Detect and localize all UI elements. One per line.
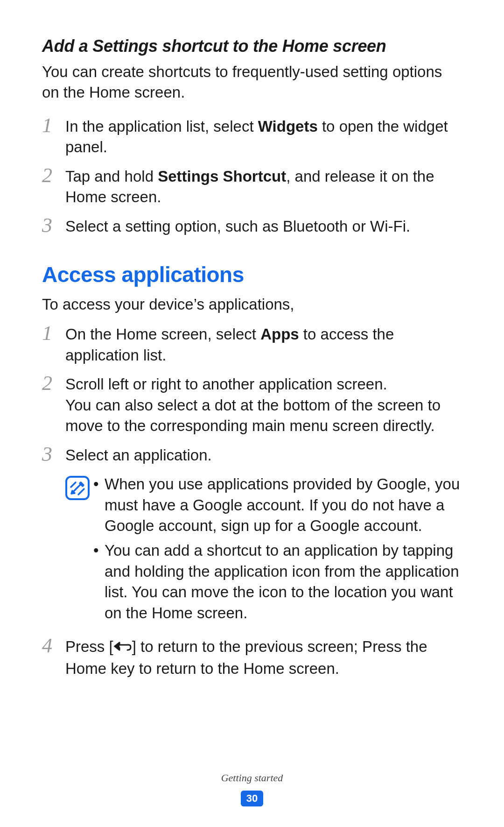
- step-number: 3: [42, 444, 65, 465]
- step-1b: 1 On the Home screen, select Apps to acc…: [42, 324, 462, 366]
- page-number-badge: 30: [241, 791, 263, 806]
- step-3: 3 Select a setting option, such as Bluet…: [42, 216, 462, 237]
- step-body: On the Home screen, select Apps to acces…: [65, 324, 462, 366]
- text: Press [: [65, 638, 113, 655]
- step-body: Scroll left or right to another applicat…: [65, 374, 462, 437]
- step-number: 2: [42, 373, 65, 394]
- note-bullet-2: • You can add a shortcut to an applicati…: [93, 540, 462, 623]
- step-body: Select an application.: [65, 445, 462, 466]
- section-heading: Access applications: [42, 260, 462, 289]
- step-1: 1 In the application list, select Widget…: [42, 116, 462, 158]
- step-number: 2: [42, 165, 65, 186]
- step-2b: 2 Scroll left or right to another applic…: [42, 374, 462, 437]
- step-body: Tap and hold Settings Shortcut, and rele…: [65, 166, 462, 208]
- intro-text-2: To access your device’s applications,: [42, 294, 462, 315]
- bullet-dot: •: [93, 474, 105, 495]
- text: Tap and hold: [65, 168, 158, 185]
- step-4b: 4 Press [] to return to the previous scr…: [42, 636, 462, 679]
- bold-text: Apps: [260, 325, 299, 343]
- step-number: 1: [42, 323, 65, 344]
- step-body: Select a setting option, such as Bluetoo…: [65, 216, 462, 237]
- bold-text: Settings Shortcut: [158, 168, 286, 185]
- manual-page: Add a Settings shortcut to the Home scre…: [0, 0, 504, 827]
- bold-text: Widgets: [258, 118, 318, 135]
- step-3b: 3 Select an application.: [42, 445, 462, 466]
- footer-chapter: Getting started: [0, 771, 504, 785]
- step-number: 1: [42, 115, 65, 136]
- note-block: • When you use applications provided by …: [65, 474, 462, 627]
- bullet-dot: •: [93, 540, 105, 561]
- page-footer: Getting started 30: [0, 771, 504, 807]
- text: On the Home screen, select: [65, 325, 260, 343]
- bullet-text: When you use applications provided by Go…: [105, 474, 462, 537]
- step-body: Press [] to return to the previous scree…: [65, 636, 462, 679]
- step-number: 3: [42, 215, 65, 236]
- text: In the application list, select: [65, 118, 258, 135]
- intro-text-1: You can create shortcuts to frequently-u…: [42, 62, 462, 103]
- text: Scroll left or right to another applicat…: [65, 374, 462, 395]
- back-key-icon: [113, 636, 132, 657]
- bullet-text: You can add a shortcut to an application…: [105, 540, 462, 623]
- step-number: 4: [42, 636, 65, 656]
- text: You can also select a dot at the bottom …: [65, 395, 462, 437]
- step-body: In the application list, select Widgets …: [65, 116, 462, 158]
- step-2: 2 Tap and hold Settings Shortcut, and re…: [42, 166, 462, 208]
- note-icon: [65, 476, 93, 506]
- note-content: • When you use applications provided by …: [93, 474, 462, 627]
- sub-heading: Add a Settings shortcut to the Home scre…: [42, 35, 462, 58]
- note-bullet-1: • When you use applications provided by …: [93, 474, 462, 537]
